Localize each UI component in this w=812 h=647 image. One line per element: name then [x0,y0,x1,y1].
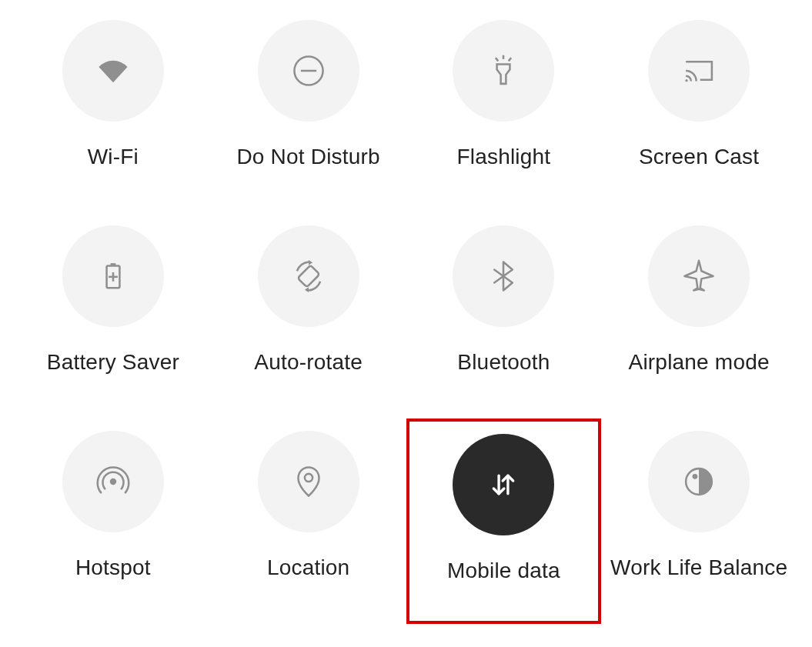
tile-label: Do Not Disturb [236,145,379,169]
tile-airplane[interactable]: Airplane mode [601,213,797,419]
tile-label: Bluetooth [457,350,550,375]
auto-rotate-icon [258,225,359,327]
hotspot-icon [62,431,164,532]
flashlight-icon [453,20,554,122]
battery-saver-icon [62,225,164,327]
mobile-data-icon [453,434,554,535]
location-icon [258,431,359,532]
work-life-balance-icon [648,431,750,532]
svg-marker-12 [305,287,309,292]
bluetooth-icon [453,225,554,327]
tile-label: Mobile data [447,559,560,583]
tile-label: Work Life Balance [610,555,787,580]
tile-hotspot[interactable]: Hotspot [15,419,211,624]
svg-rect-7 [111,263,116,265]
tile-label: Hotspot [75,555,151,580]
tile-screencast[interactable]: Screen Cast [601,8,797,213]
svg-point-18 [693,474,698,479]
dnd-icon [258,20,359,122]
svg-line-3 [496,58,498,61]
quick-settings-grid: Wi-Fi Do Not Disturb [0,0,812,647]
tile-label: Flashlight [456,145,550,169]
wifi-icon [62,20,164,122]
svg-point-13 [110,479,116,485]
svg-rect-10 [297,265,319,288]
tile-label: Location [267,555,349,580]
tile-bluetooth[interactable]: Bluetooth [406,213,602,419]
svg-point-14 [305,474,312,482]
tile-wifi[interactable]: Wi-Fi [15,8,211,213]
tile-autorotate[interactable]: Auto-rotate [211,213,406,419]
tile-dnd[interactable]: Do Not Disturb [211,8,406,213]
tile-label: Airplane mode [629,350,770,375]
svg-point-5 [685,79,687,82]
svg-marker-11 [309,260,312,265]
tile-batterysaver[interactable]: Battery Saver [15,213,211,419]
svg-line-4 [509,58,511,61]
tile-flashlight[interactable]: Flashlight [406,8,602,213]
tile-label: Screen Cast [639,145,759,169]
cast-icon [648,20,750,122]
tile-label: Wi-Fi [88,145,139,169]
tile-location[interactable]: Location [211,419,406,624]
tile-label: Auto-rotate [254,350,363,375]
airplane-icon [648,225,750,327]
tile-mobiledata[interactable]: Mobile data [406,419,602,624]
tile-wlb[interactable]: Work Life Balance [601,419,797,624]
tile-label: Battery Saver [47,350,179,375]
